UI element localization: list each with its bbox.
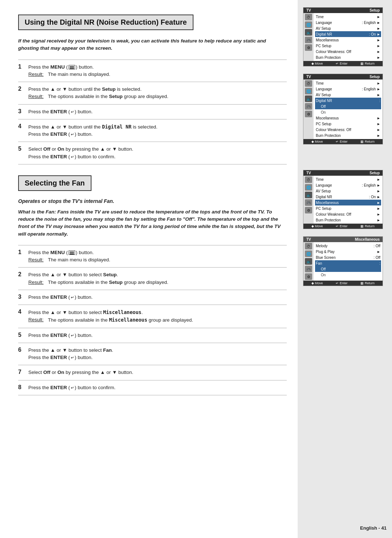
tv-title-bar-2: TV Setup (303, 74, 383, 80)
section2-title: Selecting the Fan (25, 179, 85, 187)
section1-intro: If the signal received by your televisio… (18, 37, 287, 52)
tv-menu-row: Blue Screen: Off (315, 254, 381, 260)
tv-body-1: ⏱ 🌐 📺 🎮 ⚙ Time► Language: English ► AV S… (303, 13, 383, 61)
result-label: Result: (28, 279, 44, 286)
step-row: 6 Press the ▲ or ▼ button to select Fan.… (18, 343, 287, 365)
step-row: 5 Press the ENTER (↵) button. (18, 328, 287, 343)
tv-menu-items-1: Time► Language: English ► AV Setup► Digi… (314, 13, 383, 61)
tv-title-left: TV (306, 75, 311, 79)
step-number: 1 (18, 60, 28, 82)
enter-icon: ↵ (71, 131, 74, 138)
step-content: Press the ENTER (↵) button. (28, 290, 287, 305)
result-line: Result: The options available in the Set… (28, 279, 287, 286)
tv-title-right: Miscellaneous (355, 237, 380, 241)
enter-icon: ↵ (71, 109, 74, 115)
step-content: Press the MENU () button. Result: The ma… (28, 60, 287, 82)
step-number: 1 (18, 245, 28, 268)
tv-body-4: ⏱ 🌐 📺 🎮 ⚙ Melody: Off Plug & Play► Blue … (303, 242, 383, 281)
footer-enter: ↵ Enter (336, 140, 347, 143)
footer-return: ▦ Return (360, 224, 375, 228)
footer-enter: ↵ Enter (336, 62, 347, 65)
step-row: 1 Press the MENU () button. Result: The … (18, 245, 287, 268)
tv-icons-3: ⏱ 🌐 📺 🎮 ⚙ (303, 176, 314, 224)
step-row: 4 Press the ▲ or ▼ button to select Misc… (18, 305, 287, 328)
step-number: 3 (18, 104, 28, 119)
enter-icon: ↵ (71, 333, 74, 339)
tv-menu-row-highlighted: Miscellaneous► (315, 200, 381, 205)
tv-icon: ⚙ (305, 273, 312, 280)
tv-icon: 🌐 (305, 21, 312, 28)
enter-icon: ↵ (71, 294, 74, 301)
step-row: 5 Select Off or On by pressing the ▲ or … (18, 142, 287, 164)
section1-steps-table: 1 Press the MENU () button. Result: The … (18, 60, 287, 164)
menu-icon (69, 250, 75, 255)
footer-move: ◆ Move (311, 224, 323, 228)
step-row: 8 Press the ENTER (↵) button to confirm. (18, 380, 287, 395)
tv-icons-1: ⏱ 🌐 📺 🎮 ⚙ (303, 13, 314, 61)
result-label: Result: (28, 71, 44, 78)
result-text: The options available in the Miscellaneo… (48, 316, 193, 324)
tv-icon-active: 📺 (305, 29, 312, 36)
tv-title-left: TV (306, 8, 311, 12)
step-content: Press the ▲ or ▼ button to select Miscel… (28, 305, 287, 328)
step-row: 1 Press the MENU () button. Result: The … (18, 60, 287, 82)
result-text: The main menu is displayed. (48, 71, 110, 78)
step-content: Press the ▲ or ▼ button to select Setup.… (28, 268, 287, 290)
tv-dropdown-on: On (315, 272, 381, 278)
tv-menu-items-2: Time► Language: English ► AV Setup► Digi… (314, 80, 383, 139)
footer-move: ◆ Move (311, 140, 323, 143)
step-number: 8 (18, 380, 28, 395)
result-text: The options available in the Setup group… (48, 93, 168, 100)
tv-title-bar-4: TV Miscellaneous (303, 237, 383, 242)
tv-screen-1: TV Setup ⏱ 🌐 📺 🎮 ⚙ Time► Language: Engli… (303, 7, 383, 66)
tv-menu-row: AV Setup► (315, 25, 381, 31)
tv-footer-4: ◆ Move ↵ Enter ▦ Return (303, 281, 383, 286)
section2-header: Selecting the Fan (18, 175, 91, 191)
tv-title-left: TV (306, 171, 311, 175)
tv-menu-row: Language: English ► (315, 86, 381, 92)
tv-icon: ⏱ (305, 176, 312, 183)
result-text: The options available in the Setup group… (48, 279, 168, 286)
tv-menu-row: Colour Weakness: Off► (315, 211, 381, 217)
tv-body-2: ⏱ 🌐 📺 🎮 ⚙ Time► Language: English ► AV S… (303, 80, 383, 139)
tv-icon-active: 📺 (305, 192, 312, 198)
step-number: 3 (18, 290, 28, 305)
tv-menu-row: Language: English ► (315, 20, 381, 25)
tv-menu-row: PC Setup► (315, 43, 381, 49)
tv-menu-row: Digital NR: On ► (315, 194, 381, 200)
tv-icons-4: ⏱ 🌐 📺 🎮 ⚙ (303, 242, 314, 281)
tv-menu-row: Burn Protection► (315, 54, 381, 60)
step-number: 4 (18, 119, 28, 142)
footer-return: ▦ Return (360, 62, 375, 65)
tv-menu-row-highlighted: Digital NR: On ► (315, 31, 381, 37)
step-content: Press the ENTER (↵) button. (28, 104, 287, 119)
result-line: Result: The main menu is displayed. (28, 256, 287, 264)
step-content: Press the ENTER (↵) button. (28, 328, 287, 343)
tv-title-left: TV (306, 237, 311, 241)
enter-icon: ↵ (71, 355, 74, 361)
tv-menu-row: Time► (315, 80, 381, 86)
tv-icon: 🎮 (305, 199, 312, 206)
tv-menu-row-highlighted: Digital NR: (315, 98, 381, 103)
tv-icon: ⚙ (305, 44, 312, 51)
tv-menu-row: Burn Protection► (315, 133, 381, 138)
section2-steps-table: 1 Press the MENU () button. Result: The … (18, 245, 287, 395)
section1-digital-nr: Using the Digital NR (Noise Reduction) F… (18, 15, 287, 164)
tv-icon: 🌐 (305, 250, 312, 257)
step-content: Press the ENTER (↵) button to confirm. (28, 380, 287, 395)
tv-icon: 🌐 (305, 88, 312, 94)
result-label: Result: (28, 93, 44, 100)
step-content: Press the ▲ or ▼ button to select Fan. P… (28, 343, 287, 365)
tv-icon-active: 📺 (305, 258, 312, 265)
tv-icon: 🎮 (305, 266, 312, 272)
tv-menu-row: Colour Weakness: Off► (315, 127, 381, 133)
footer-move: ◆ Move (311, 62, 323, 65)
tv-menu-row: Language: English ► (315, 182, 381, 188)
step-row: 4 Press the ▲ or ▼ button until the Digi… (18, 119, 287, 142)
enter-icon: ↵ (71, 154, 74, 160)
tv-title-right: Setup (369, 75, 380, 79)
spacer (303, 152, 387, 163)
step-row: 3 Press the ENTER (↵) button. (18, 104, 287, 119)
result-label: Result: (28, 256, 44, 264)
tv-icon: ⏱ (305, 80, 312, 87)
